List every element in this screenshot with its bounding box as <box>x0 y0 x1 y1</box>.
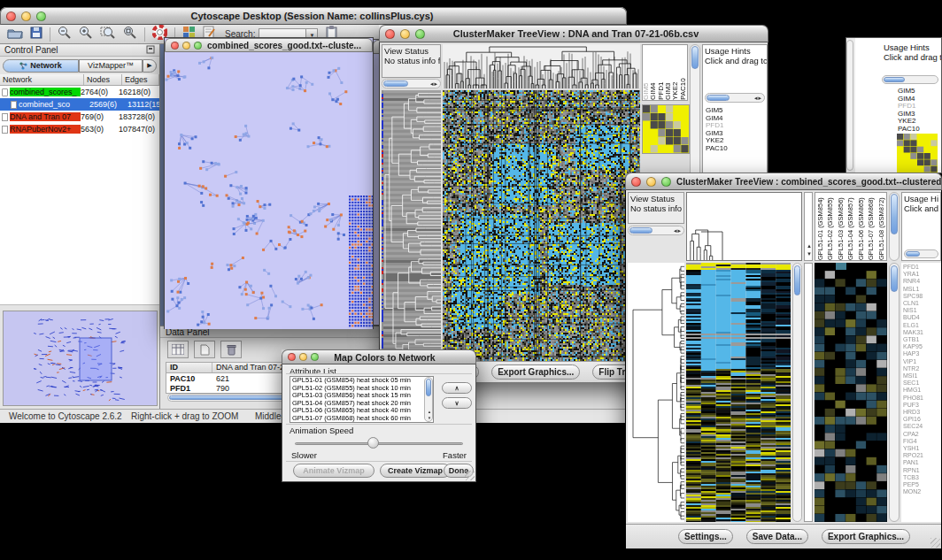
gene-label[interactable]: MAK31 <box>903 329 941 336</box>
gene-label[interactable]: NIS1 <box>903 307 941 314</box>
tv2-row-dendrogram[interactable] <box>628 263 684 522</box>
tv1-titlebar[interactable]: ClusterMaker TreeView : DNA and Tran 07-… <box>379 25 768 42</box>
gene-label[interactable]: ELG1 <box>903 322 941 329</box>
attribute-list[interactable]: GPL51-01 (GSM854) heat shock 05 minGPL51… <box>290 376 434 423</box>
main-titlebar[interactable]: Cytoscape Desktop (Session Name: collins… <box>0 7 627 25</box>
gene-label[interactable]: NTR2 <box>903 365 941 372</box>
zoom-in-icon[interactable] <box>79 26 93 43</box>
treeview-button[interactable]: Save Data... <box>746 529 808 544</box>
gene-label[interactable]: SEC24 <box>903 423 941 430</box>
gene-label[interactable]: CPA2 <box>903 431 941 438</box>
column-label[interactable]: PFD1 <box>658 45 665 100</box>
tv2-vscrollbar-a[interactable] <box>889 192 900 261</box>
array-label[interactable]: GPL51-01 (GSM854) <box>815 193 825 260</box>
tv2-heatmap[interactable] <box>686 263 791 522</box>
tv2-column-dendrogram[interactable] <box>687 193 801 260</box>
save-icon[interactable] <box>30 27 42 42</box>
tv1-similarity-heatmap[interactable] <box>642 104 690 154</box>
new-attribute-icon[interactable] <box>194 341 215 358</box>
zoom-selected-icon[interactable] <box>100 26 116 43</box>
create-vizmap-button[interactable]: Create Vizmap <box>380 464 451 478</box>
gene-label[interactable]: RNR4 <box>903 278 941 285</box>
column-label[interactable]: GIM4 <box>650 45 657 100</box>
network-view-titlebar[interactable]: combined_scores_good.txt--cluste... <box>165 38 373 52</box>
treeview-button[interactable]: Settings... <box>678 529 733 544</box>
gene-label[interactable]: MON2 <box>903 488 941 495</box>
gene-label[interactable]: BUD4 <box>903 314 941 321</box>
gene-label[interactable]: PUF3 <box>903 402 941 409</box>
gene-label[interactable]: GPI16 <box>903 416 941 423</box>
array-label[interactable]: GPL51-06 (GSM865) <box>856 193 866 260</box>
gene-label[interactable]: YRA1 <box>903 271 941 278</box>
tv1-status-hscrollbar[interactable]: ◂▸ <box>382 79 441 88</box>
close-button[interactable] <box>171 42 179 50</box>
gene-label[interactable]: PAC10 <box>706 145 728 153</box>
zoom-button[interactable] <box>36 12 46 21</box>
tv1-row-dendrogram[interactable] <box>382 90 441 361</box>
attribute-table-icon[interactable] <box>167 341 189 358</box>
tv2-hints-hscrollbar[interactable] <box>904 249 938 258</box>
gene-label[interactable]: PHO81 <box>903 395 941 402</box>
animation-speed-slider[interactable] <box>295 442 463 445</box>
scroll-arrows[interactable]: ▴▾ <box>427 409 432 421</box>
gene-label[interactable]: PAC10 <box>898 126 920 134</box>
delete-attribute-icon[interactable] <box>220 341 242 358</box>
gene-label[interactable]: HMG1 <box>903 387 941 394</box>
network-canvas[interactable] <box>165 52 373 329</box>
gene-label[interactable]: CLN1 <box>903 300 941 307</box>
zoom-out-icon[interactable] <box>58 26 72 43</box>
tv2-vscrollbar-c[interactable] <box>889 263 900 522</box>
birdseye-overview[interactable] <box>3 311 158 406</box>
tv2-zoom-heatmap[interactable] <box>815 263 887 522</box>
gene-label[interactable]: FIG4 <box>903 438 941 445</box>
attribute-item[interactable]: GPL51-07 (GSM868) heat shock 60 min <box>290 415 433 423</box>
gene-label[interactable]: MSL1 <box>903 286 941 293</box>
tv3-vscrollbar[interactable] <box>846 40 853 171</box>
network-row[interactable]: combined_sco 2569(6) 13112(15) <box>0 98 159 111</box>
close-button[interactable] <box>6 12 16 21</box>
close-button[interactable] <box>631 177 641 187</box>
array-label[interactable]: GPL51-03 (GSM856) <box>836 193 845 260</box>
scroll-arrows[interactable]: ◂▸ <box>754 95 762 102</box>
gene-label[interactable]: PFD1 <box>903 264 941 271</box>
resize-grip[interactable] <box>930 538 940 548</box>
treeview-button[interactable]: Export Graphics... <box>822 529 910 544</box>
zoom-fit-icon[interactable] <box>123 26 137 43</box>
gene-label[interactable]: PAN1 <box>903 459 941 466</box>
gene-label[interactable]: HRD3 <box>903 409 941 416</box>
array-label[interactable]: GPL51-02 (GSM855) <box>825 193 835 260</box>
gene-label[interactable]: PEP5 <box>903 481 941 488</box>
close-button[interactable] <box>288 353 296 361</box>
tv3-hscrollbar[interactable] <box>882 75 938 84</box>
scroll-arrows[interactable]: ◂▸ <box>430 81 438 88</box>
move-down-button[interactable]: ∨ <box>442 397 472 409</box>
gene-label[interactable]: MSI1 <box>903 372 941 380</box>
column-label[interactable]: PAC10 <box>680 45 687 100</box>
tab-network[interactable]: Network <box>3 59 79 73</box>
gene-label[interactable]: YSH1 <box>903 445 941 452</box>
gene-label[interactable]: VIP1 <box>903 358 941 365</box>
zoom-button[interactable] <box>194 42 202 50</box>
array-label[interactable]: GPL51-04 (GSM857) <box>845 193 855 260</box>
resize-grip[interactable] <box>465 471 475 480</box>
array-label[interactable]: GPL51-07 (GSM868) <box>866 193 876 260</box>
minimize-button[interactable] <box>182 42 190 50</box>
gene-label[interactable]: SPC98 <box>903 293 941 300</box>
tv1-column-dendrogram[interactable] <box>443 44 640 88</box>
gene-label[interactable]: RPN1 <box>903 467 941 474</box>
minimize-button[interactable] <box>646 177 656 187</box>
column-label[interactable]: YKE2 <box>672 45 679 100</box>
gene-label[interactable]: KAP95 <box>903 343 941 350</box>
tv2-vscrollbar-b[interactable] <box>792 263 802 522</box>
tab-overflow-arrow[interactable]: ▶ <box>143 59 157 73</box>
slider-thumb[interactable] <box>367 437 379 449</box>
open-file-icon[interactable] <box>7 27 23 42</box>
dialog-titlebar[interactable]: Map Colors to Network <box>282 349 476 364</box>
scroll-arrows[interactable]: ◂▸ <box>674 227 682 234</box>
treeview-button[interactable]: Export Graphics... <box>491 364 580 380</box>
tv3-similarity-heatmap[interactable] <box>897 134 938 173</box>
close-button[interactable] <box>385 29 395 39</box>
scroll-arrows[interactable]: ▴▾ <box>806 242 813 258</box>
tab-vizmapper[interactable]: VizMapper™ <box>79 59 143 73</box>
gene-label[interactable]: GTB1 <box>903 336 941 343</box>
